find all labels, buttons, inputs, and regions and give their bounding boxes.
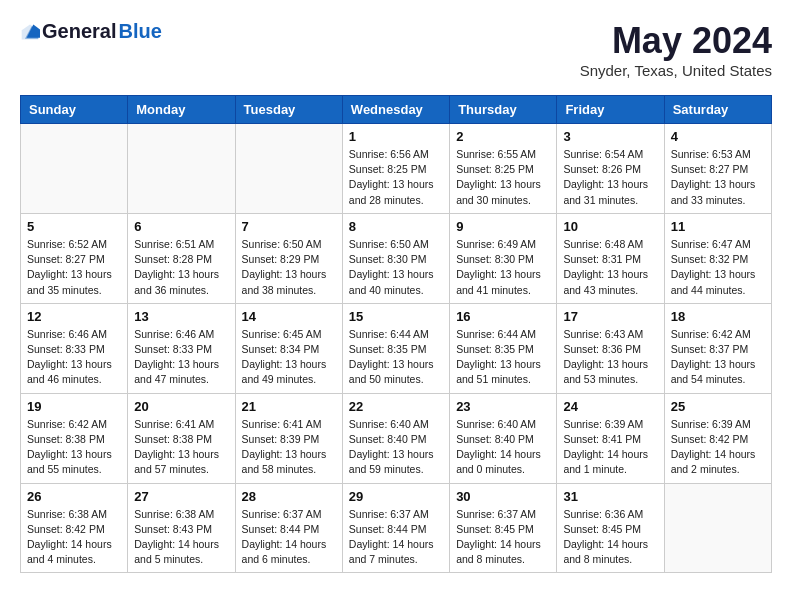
day-number: 6 — [134, 219, 228, 234]
day-info: Sunrise: 6:42 AM Sunset: 8:37 PM Dayligh… — [671, 327, 765, 388]
calendar-cell: 13Sunrise: 6:46 AM Sunset: 8:33 PM Dayli… — [128, 303, 235, 393]
calendar-cell: 22Sunrise: 6:40 AM Sunset: 8:40 PM Dayli… — [342, 393, 449, 483]
day-info: Sunrise: 6:47 AM Sunset: 8:32 PM Dayligh… — [671, 237, 765, 298]
calendar-cell: 6Sunrise: 6:51 AM Sunset: 8:28 PM Daylig… — [128, 213, 235, 303]
day-number: 19 — [27, 399, 121, 414]
calendar-cell: 14Sunrise: 6:45 AM Sunset: 8:34 PM Dayli… — [235, 303, 342, 393]
calendar-cell: 23Sunrise: 6:40 AM Sunset: 8:40 PM Dayli… — [450, 393, 557, 483]
day-number: 15 — [349, 309, 443, 324]
calendar-week-2: 12Sunrise: 6:46 AM Sunset: 8:33 PM Dayli… — [21, 303, 772, 393]
day-header-monday: Monday — [128, 96, 235, 124]
day-number: 30 — [456, 489, 550, 504]
day-number: 4 — [671, 129, 765, 144]
day-info: Sunrise: 6:42 AM Sunset: 8:38 PM Dayligh… — [27, 417, 121, 478]
day-info: Sunrise: 6:37 AM Sunset: 8:45 PM Dayligh… — [456, 507, 550, 568]
day-number: 5 — [27, 219, 121, 234]
day-number: 27 — [134, 489, 228, 504]
calendar-cell: 18Sunrise: 6:42 AM Sunset: 8:37 PM Dayli… — [664, 303, 771, 393]
day-info: Sunrise: 6:46 AM Sunset: 8:33 PM Dayligh… — [134, 327, 228, 388]
day-header-wednesday: Wednesday — [342, 96, 449, 124]
day-number: 31 — [563, 489, 657, 504]
day-info: Sunrise: 6:50 AM Sunset: 8:29 PM Dayligh… — [242, 237, 336, 298]
day-info: Sunrise: 6:44 AM Sunset: 8:35 PM Dayligh… — [456, 327, 550, 388]
calendar-cell: 3Sunrise: 6:54 AM Sunset: 8:26 PM Daylig… — [557, 124, 664, 214]
calendar-week-0: 1Sunrise: 6:56 AM Sunset: 8:25 PM Daylig… — [21, 124, 772, 214]
day-info: Sunrise: 6:55 AM Sunset: 8:25 PM Dayligh… — [456, 147, 550, 208]
calendar-table: SundayMondayTuesdayWednesdayThursdayFrid… — [20, 95, 772, 573]
calendar-cell: 9Sunrise: 6:49 AM Sunset: 8:30 PM Daylig… — [450, 213, 557, 303]
calendar-week-1: 5Sunrise: 6:52 AM Sunset: 8:27 PM Daylig… — [21, 213, 772, 303]
day-header-thursday: Thursday — [450, 96, 557, 124]
day-info: Sunrise: 6:51 AM Sunset: 8:28 PM Dayligh… — [134, 237, 228, 298]
month-title: May 2024 — [580, 20, 772, 62]
day-info: Sunrise: 6:45 AM Sunset: 8:34 PM Dayligh… — [242, 327, 336, 388]
day-info: Sunrise: 6:38 AM Sunset: 8:42 PM Dayligh… — [27, 507, 121, 568]
calendar-cell: 1Sunrise: 6:56 AM Sunset: 8:25 PM Daylig… — [342, 124, 449, 214]
day-info: Sunrise: 6:52 AM Sunset: 8:27 PM Dayligh… — [27, 237, 121, 298]
day-header-saturday: Saturday — [664, 96, 771, 124]
day-info: Sunrise: 6:36 AM Sunset: 8:45 PM Dayligh… — [563, 507, 657, 568]
calendar-cell: 10Sunrise: 6:48 AM Sunset: 8:31 PM Dayli… — [557, 213, 664, 303]
calendar-week-4: 26Sunrise: 6:38 AM Sunset: 8:42 PM Dayli… — [21, 483, 772, 573]
day-info: Sunrise: 6:41 AM Sunset: 8:38 PM Dayligh… — [134, 417, 228, 478]
day-info: Sunrise: 6:39 AM Sunset: 8:41 PM Dayligh… — [563, 417, 657, 478]
day-info: Sunrise: 6:50 AM Sunset: 8:30 PM Dayligh… — [349, 237, 443, 298]
logo-general: General — [42, 20, 116, 43]
day-number: 3 — [563, 129, 657, 144]
calendar-cell: 30Sunrise: 6:37 AM Sunset: 8:45 PM Dayli… — [450, 483, 557, 573]
day-number: 18 — [671, 309, 765, 324]
day-header-sunday: Sunday — [21, 96, 128, 124]
day-number: 13 — [134, 309, 228, 324]
day-number: 22 — [349, 399, 443, 414]
logo-icon — [20, 22, 40, 42]
day-number: 16 — [456, 309, 550, 324]
calendar-cell: 24Sunrise: 6:39 AM Sunset: 8:41 PM Dayli… — [557, 393, 664, 483]
calendar-cell — [235, 124, 342, 214]
calendar-cell: 29Sunrise: 6:37 AM Sunset: 8:44 PM Dayli… — [342, 483, 449, 573]
day-info: Sunrise: 6:37 AM Sunset: 8:44 PM Dayligh… — [349, 507, 443, 568]
day-info: Sunrise: 6:48 AM Sunset: 8:31 PM Dayligh… — [563, 237, 657, 298]
calendar-cell: 12Sunrise: 6:46 AM Sunset: 8:33 PM Dayli… — [21, 303, 128, 393]
calendar-cell: 21Sunrise: 6:41 AM Sunset: 8:39 PM Dayli… — [235, 393, 342, 483]
day-number: 20 — [134, 399, 228, 414]
calendar-cell — [664, 483, 771, 573]
day-info: Sunrise: 6:39 AM Sunset: 8:42 PM Dayligh… — [671, 417, 765, 478]
day-number: 7 — [242, 219, 336, 234]
day-number: 24 — [563, 399, 657, 414]
calendar-cell — [128, 124, 235, 214]
day-info: Sunrise: 6:43 AM Sunset: 8:36 PM Dayligh… — [563, 327, 657, 388]
day-info: Sunrise: 6:46 AM Sunset: 8:33 PM Dayligh… — [27, 327, 121, 388]
day-number: 1 — [349, 129, 443, 144]
day-info: Sunrise: 6:37 AM Sunset: 8:44 PM Dayligh… — [242, 507, 336, 568]
day-info: Sunrise: 6:41 AM Sunset: 8:39 PM Dayligh… — [242, 417, 336, 478]
day-number: 9 — [456, 219, 550, 234]
day-number: 23 — [456, 399, 550, 414]
location: Snyder, Texas, United States — [580, 62, 772, 79]
calendar-cell: 27Sunrise: 6:38 AM Sunset: 8:43 PM Dayli… — [128, 483, 235, 573]
title-block: May 2024 Snyder, Texas, United States — [580, 20, 772, 79]
calendar-header-row: SundayMondayTuesdayWednesdayThursdayFrid… — [21, 96, 772, 124]
day-number: 21 — [242, 399, 336, 414]
day-number: 26 — [27, 489, 121, 504]
calendar-cell: 2Sunrise: 6:55 AM Sunset: 8:25 PM Daylig… — [450, 124, 557, 214]
calendar-cell: 19Sunrise: 6:42 AM Sunset: 8:38 PM Dayli… — [21, 393, 128, 483]
day-number: 11 — [671, 219, 765, 234]
calendar-cell: 5Sunrise: 6:52 AM Sunset: 8:27 PM Daylig… — [21, 213, 128, 303]
calendar-cell: 4Sunrise: 6:53 AM Sunset: 8:27 PM Daylig… — [664, 124, 771, 214]
day-number: 14 — [242, 309, 336, 324]
day-number: 17 — [563, 309, 657, 324]
calendar-cell: 28Sunrise: 6:37 AM Sunset: 8:44 PM Dayli… — [235, 483, 342, 573]
calendar-week-3: 19Sunrise: 6:42 AM Sunset: 8:38 PM Dayli… — [21, 393, 772, 483]
calendar-cell: 15Sunrise: 6:44 AM Sunset: 8:35 PM Dayli… — [342, 303, 449, 393]
day-info: Sunrise: 6:44 AM Sunset: 8:35 PM Dayligh… — [349, 327, 443, 388]
calendar-cell: 26Sunrise: 6:38 AM Sunset: 8:42 PM Dayli… — [21, 483, 128, 573]
day-header-friday: Friday — [557, 96, 664, 124]
calendar-cell: 17Sunrise: 6:43 AM Sunset: 8:36 PM Dayli… — [557, 303, 664, 393]
logo: General Blue — [20, 20, 162, 43]
calendar-cell: 8Sunrise: 6:50 AM Sunset: 8:30 PM Daylig… — [342, 213, 449, 303]
calendar-cell: 11Sunrise: 6:47 AM Sunset: 8:32 PM Dayli… — [664, 213, 771, 303]
calendar-cell — [21, 124, 128, 214]
day-number: 29 — [349, 489, 443, 504]
day-number: 8 — [349, 219, 443, 234]
day-number: 2 — [456, 129, 550, 144]
